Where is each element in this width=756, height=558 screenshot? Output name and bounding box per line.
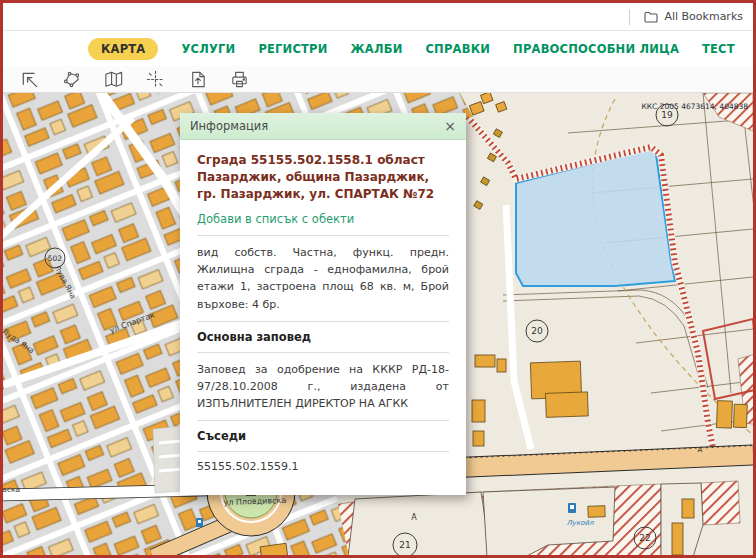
block-number-20: 20	[531, 326, 543, 336]
map-toolbar	[3, 66, 753, 93]
print-icon[interactable]	[229, 69, 250, 90]
poi-label-lukoil: Лукойл	[567, 519, 594, 527]
export-icon[interactable]	[187, 69, 208, 90]
poi-icon	[196, 518, 203, 527]
folder-icon	[644, 11, 658, 23]
nav-tab-test[interactable]: ТЕСТ	[702, 42, 735, 56]
map-canvas[interactable]: ул Спартак Луда Яна Луда Яна ← Пловдивск…	[3, 93, 753, 557]
divider	[629, 9, 630, 25]
fit-extent-icon[interactable]	[19, 69, 40, 90]
block-number-19: 19	[661, 110, 673, 120]
neighbour-id[interactable]: 55155.502.1559.1	[197, 451, 449, 481]
crosshair-axes-icon[interactable]	[145, 69, 166, 90]
order-text: Заповед за одобрение на КККР РД-18-97/28…	[197, 352, 449, 420]
all-bookmarks-label: All Bookmarks	[664, 10, 743, 23]
parcel-letter-a-2: А	[698, 446, 703, 454]
block-number-21: 21	[399, 540, 410, 550]
street-label-plovdivska-left: Пловдивска	[3, 485, 20, 494]
block-number-502: 502	[48, 254, 63, 263]
nav-tab-pravosposobni-litsa[interactable]: ПРАВОСПОСОБНИ ЛИЦА	[513, 42, 679, 56]
polygon-select-icon[interactable]	[61, 69, 82, 90]
map-icon[interactable]	[103, 69, 124, 90]
add-to-objects-link[interactable]: Добави в списък с обекти	[197, 212, 449, 226]
fuel-station-icon	[568, 503, 576, 513]
app-window: All Bookmarks КАРТА УСЛУГИ РЕГИСТРИ ЖАЛБ…	[0, 0, 756, 558]
nav-tab-registri[interactable]: РЕГИСТРИ	[258, 42, 327, 56]
section-title-neighbours: Съседи	[197, 420, 449, 451]
section-title-order: Основна заповед	[197, 321, 449, 352]
main-nav: КАРТА УСЛУГИ РЕГИСТРИ ЖАЛБИ СПРАВКИ ПРАВ…	[3, 31, 753, 66]
all-bookmarks-button[interactable]: All Bookmarks	[644, 10, 743, 23]
object-details: вид собств. Частна, функц. предн. Жилищн…	[197, 235, 449, 320]
info-popup: Информация × Сграда 55155.502.1558.1 обл…	[180, 113, 466, 495]
nav-tab-zhalbi[interactable]: ЖАЛБИ	[351, 42, 403, 56]
browser-bar: All Bookmarks	[3, 3, 753, 31]
info-popup-header: Информация ×	[180, 113, 466, 140]
parcel-letter-a: А	[411, 513, 417, 522]
block-number-22: 22	[639, 533, 650, 543]
close-icon[interactable]: ×	[444, 119, 456, 133]
nav-tab-uslugi[interactable]: УСЛУГИ	[181, 42, 235, 56]
info-popup-title: Информация	[190, 119, 268, 133]
object-heading: Сграда 55155.502.1558.1 област Пазарджик…	[197, 152, 449, 202]
info-popup-body: Сграда 55155.502.1558.1 област Пазарджик…	[180, 140, 466, 495]
nav-tab-karta[interactable]: КАРТА	[88, 38, 158, 60]
nav-tab-spravki[interactable]: СПРАВКИ	[425, 42, 490, 56]
